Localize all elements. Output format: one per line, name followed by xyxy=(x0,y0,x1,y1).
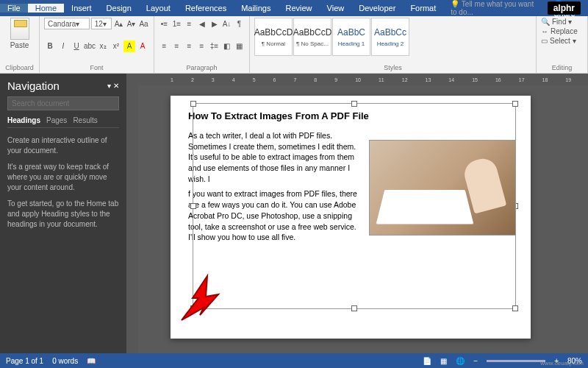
nav-hint-2: It's a great way to keep track of where … xyxy=(7,162,119,193)
status-page[interactable]: Page 1 of 1 xyxy=(6,357,43,365)
tab-insert[interactable]: Insert xyxy=(64,4,99,13)
resize-handle[interactable] xyxy=(190,101,196,107)
vertical-ruler[interactable] xyxy=(126,85,138,353)
style-heading2[interactable]: AaBbCcHeading 2 xyxy=(371,18,409,56)
resize-handle[interactable] xyxy=(190,203,196,209)
change-case-button[interactable]: Aa xyxy=(138,18,149,29)
paste-button[interactable]: Paste xyxy=(4,18,35,49)
status-proof-icon[interactable]: 📖 xyxy=(87,357,96,365)
nav-dropdown-icon[interactable]: ▾ xyxy=(107,82,111,90)
ribbon: Paste Clipboard Candara ▾ 12 ▾ A▴ A▾ Aa … xyxy=(0,16,588,74)
borders-button[interactable]: ▦ xyxy=(234,40,245,52)
superscript-button[interactable]: x² xyxy=(110,40,122,52)
navigation-pane: Navigation▾ ✕ Headings Pages Results Cre… xyxy=(0,74,126,353)
replace-button[interactable]: ↔ Replace xyxy=(541,27,583,35)
sort-button[interactable]: A↓ xyxy=(221,18,232,29)
align-left-button[interactable]: ≡ xyxy=(159,40,170,52)
annotation-arrow-icon xyxy=(171,272,222,324)
nav-tab-pages[interactable]: Pages xyxy=(46,116,67,124)
group-clipboard: Clipboard xyxy=(4,63,35,71)
document-area[interactable]: 12345678910111213141516171819 How To Ext… xyxy=(126,74,588,353)
tab-view[interactable]: View xyxy=(320,4,352,13)
svg-marker-0 xyxy=(182,276,218,320)
multilevel-button[interactable]: ≡ xyxy=(184,18,195,29)
show-marks-button[interactable]: ¶ xyxy=(234,18,245,29)
highlight-button[interactable]: A xyxy=(123,40,135,52)
select-button[interactable]: ▭ Select ▾ xyxy=(541,37,583,45)
brand-logo: alphr xyxy=(548,1,581,15)
style-no-spacing[interactable]: AaBbCcD¶ No Spac... xyxy=(293,18,331,56)
status-bar: Page 1 of 1 0 words 📖 📄 ▦ 🌐 − + 80% xyxy=(0,353,588,368)
resize-handle[interactable] xyxy=(512,101,518,107)
search-input[interactable] xyxy=(7,96,119,110)
tab-references[interactable]: References xyxy=(178,4,234,13)
tab-mailings[interactable]: Mailings xyxy=(234,4,278,13)
justify-button[interactable]: ≡ xyxy=(196,40,207,52)
nav-tab-headings[interactable]: Headings xyxy=(7,116,40,124)
font-name-select[interactable]: Candara ▾ xyxy=(44,18,90,29)
horizontal-ruler[interactable]: 12345678910111213141516171819 xyxy=(126,74,588,85)
strike-button[interactable]: abc xyxy=(84,40,96,52)
tab-format[interactable]: Format xyxy=(403,4,443,13)
tab-layout[interactable]: Layout xyxy=(139,4,178,13)
style-heading1[interactable]: AaBbCHeading 1 xyxy=(332,18,370,56)
bullets-button[interactable]: •≡ xyxy=(159,18,170,29)
align-right-button[interactable]: ≡ xyxy=(184,40,195,52)
indent-right-button[interactable]: ▶ xyxy=(209,18,220,29)
view-web-icon[interactable]: 🌐 xyxy=(456,357,465,365)
nav-tab-results[interactable]: Results xyxy=(73,116,97,124)
nav-title: Navigation▾ ✕ xyxy=(7,79,119,92)
group-styles: Styles xyxy=(254,63,531,71)
group-editing: Editing xyxy=(541,63,583,71)
grow-font-button[interactable]: A▴ xyxy=(113,18,124,29)
italic-button[interactable]: I xyxy=(57,40,69,52)
tell-me[interactable]: 💡 Tell me what you want to do... xyxy=(443,0,548,16)
shrink-font-button[interactable]: A▾ xyxy=(126,18,137,29)
title-bar: File Home Insert Design Layout Reference… xyxy=(0,0,588,16)
zoom-slider[interactable] xyxy=(487,360,545,362)
view-print-icon[interactable]: ▦ xyxy=(440,357,447,365)
nav-hint-3: To get started, go to the Home tab and a… xyxy=(7,199,119,230)
indent-left-button[interactable]: ◀ xyxy=(196,18,207,29)
nav-hint-1: Create an interactive outline of your do… xyxy=(7,135,119,156)
resize-handle[interactable] xyxy=(351,305,357,311)
tab-file[interactable]: File xyxy=(0,4,28,13)
group-paragraph: Paragraph xyxy=(159,63,245,71)
resize-handle[interactable] xyxy=(351,101,357,107)
subscript-button[interactable]: x₂ xyxy=(97,40,109,52)
tab-home[interactable]: Home xyxy=(28,4,64,13)
underline-button[interactable]: U xyxy=(71,40,82,52)
resize-handle[interactable] xyxy=(512,305,518,311)
zoom-out-button[interactable]: − xyxy=(473,357,478,365)
tab-developer[interactable]: Developer xyxy=(351,4,403,13)
document-page[interactable]: How To Extract Images From A PDF File As… xyxy=(171,96,531,339)
tab-review[interactable]: Review xyxy=(279,4,320,13)
font-size-select[interactable]: 12 ▾ xyxy=(91,18,112,29)
font-color-button[interactable]: A xyxy=(137,40,148,52)
tab-design[interactable]: Design xyxy=(99,4,139,13)
group-font: Font xyxy=(44,63,149,71)
find-button[interactable]: 🔍 Find ▾ xyxy=(541,18,583,26)
status-words[interactable]: 0 words xyxy=(52,357,78,365)
shading-button[interactable]: ◧ xyxy=(221,40,232,52)
watermark: www.deuaq.com xyxy=(540,360,584,367)
nav-close-icon[interactable]: ✕ xyxy=(113,82,119,90)
align-center-button[interactable]: ≡ xyxy=(171,40,182,52)
style-normal[interactable]: AaBbCcD¶ Normal xyxy=(254,18,293,56)
embedded-image[interactable] xyxy=(369,140,516,236)
bold-button[interactable]: B xyxy=(44,40,56,52)
view-read-icon[interactable]: 📄 xyxy=(423,357,431,365)
numbering-button[interactable]: 1≡ xyxy=(171,18,182,29)
line-spacing-button[interactable]: ‡≡ xyxy=(209,40,220,52)
